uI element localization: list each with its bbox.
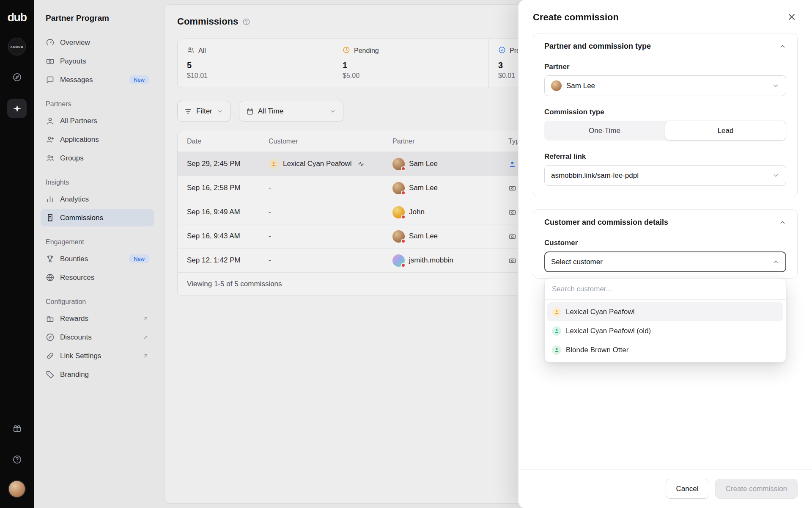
chevron-down-icon (772, 172, 779, 179)
partner-section-header[interactable]: Partner and commission type (544, 42, 786, 51)
close-icon[interactable] (787, 12, 798, 23)
drawer-body: Partner and commission type Partner Sam … (518, 32, 812, 469)
customer-select[interactable]: Select customer (544, 251, 786, 272)
customer-avatar (552, 326, 561, 336)
create-commission-button[interactable]: Create commission (715, 479, 798, 499)
referral-link-label: Referral link (544, 152, 786, 161)
lead-option[interactable]: Lead (665, 121, 786, 141)
chevron-down-icon (772, 82, 779, 89)
section-title: Customer and commission details (544, 218, 668, 227)
customer-option-name: Lexical Cyan Peafowl (old) (566, 327, 651, 335)
commission-type-label: Commission type (544, 108, 786, 116)
commission-type-toggle: One-Time Lead (544, 121, 786, 141)
customer-search (545, 279, 786, 300)
customer-select-value: Select customer (551, 258, 603, 266)
chevron-up-icon (779, 43, 786, 50)
section-title: Partner and commission type (544, 42, 651, 51)
partner-select-value: Sam Lee (566, 82, 595, 90)
customer-option-name: Lexical Cyan Peafowl (566, 308, 635, 316)
create-commission-drawer: Create commission Partner and commission… (518, 0, 812, 508)
drawer-header: Create commission (518, 0, 812, 32)
customer-avatar (552, 345, 561, 355)
customer-section-header[interactable]: Customer and commission details (544, 218, 786, 227)
partner-section-card: Partner and commission type Partner Sam … (533, 33, 798, 197)
chevron-up-icon (772, 258, 779, 265)
customer-search-input[interactable] (545, 279, 786, 299)
customer-option[interactable]: Lexical Cyan Peafowl (547, 302, 783, 321)
customer-option[interactable]: Blonde Brown Otter (547, 340, 783, 359)
customer-field-label: Customer (544, 239, 786, 247)
chevron-up-icon (779, 219, 786, 226)
partner-field-label: Partner (544, 63, 786, 71)
customer-options: Lexical Cyan Peafowl Lexical Cyan Peafow… (545, 300, 786, 362)
customer-section-card: Customer and commission details Customer… (533, 209, 798, 279)
drawer-footer: Cancel Create commission (518, 469, 812, 508)
drawer-title: Create commission (533, 12, 619, 23)
referral-link-value: asmobbin.link/sam-lee-pdpl (551, 171, 639, 180)
partner-select[interactable]: Sam Lee (544, 75, 786, 96)
customer-dropdown: Lexical Cyan Peafowl Lexical Cyan Peafow… (544, 278, 786, 362)
referral-link-select[interactable]: asmobbin.link/sam-lee-pdpl (544, 165, 786, 186)
customer-option-name: Blonde Brown Otter (566, 346, 628, 354)
partner-avatar (551, 80, 562, 91)
cancel-button[interactable]: Cancel (666, 479, 709, 499)
customer-avatar (552, 307, 561, 317)
one-time-option[interactable]: One-Time (544, 121, 665, 141)
customer-option[interactable]: Lexical Cyan Peafowl (old) (547, 321, 783, 340)
